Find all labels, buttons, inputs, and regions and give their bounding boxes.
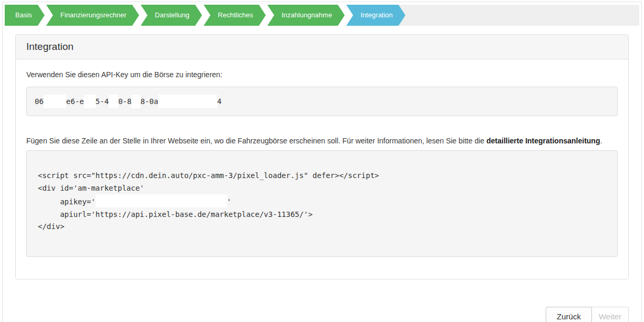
api-key-fragment: 8-0a xyxy=(140,97,158,106)
integration-settings-page: Basis Finanzierungsrechner Darstellung R… xyxy=(2,2,642,322)
step-basis[interactable]: Basis xyxy=(5,5,45,26)
code-line-apiurl: apiurl='https://api.pixel-base.de/market… xyxy=(38,209,606,221)
redaction-box xyxy=(109,95,118,108)
integration-panel: Integration Verwenden Sie diesen API-Key… xyxy=(15,34,629,279)
back-button[interactable]: Zurück xyxy=(546,307,592,322)
redaction-box xyxy=(131,95,140,108)
code-line-div-open: <div id='am-marketplace' xyxy=(38,182,606,195)
api-key-display: 06e6-e5-40-88-0a4 xyxy=(26,87,618,116)
code-apikey-suffix: ' xyxy=(227,198,231,206)
api-key-fragment: e6-e xyxy=(66,97,84,106)
step-integration-active[interactable]: Integration xyxy=(346,5,405,26)
api-key-fragment: 4 xyxy=(217,97,221,106)
panel-title: Integration xyxy=(16,35,628,59)
redaction-box xyxy=(44,95,66,108)
embed-code-snippet: <script src="https://cdn.dein.auto/pxc-a… xyxy=(26,150,618,257)
integration-instructions: Fügen Sie diese Zeile an der Stelle in I… xyxy=(26,137,618,145)
redaction-box xyxy=(84,95,96,108)
api-key-fragment: 0-8 xyxy=(118,97,131,106)
api-key-fragment: 06 xyxy=(35,97,44,106)
panel-body: Verwenden Sie diesen API-Key um die Börs… xyxy=(16,59,628,279)
redaction-box xyxy=(96,194,227,207)
api-key-fragment: 5-4 xyxy=(96,97,109,106)
step-inzahlungnahme[interactable]: Inzahlungnahme xyxy=(268,5,345,26)
step-finanzierungsrechner[interactable]: Finanzierungsrechner xyxy=(46,5,139,26)
step-rechtliches[interactable]: Rechtliches xyxy=(203,5,265,26)
next-button-disabled[interactable]: Weiter xyxy=(592,307,629,322)
wizard-nav-actions: ZurückWeiter xyxy=(5,307,629,322)
instructions-text: Fügen Sie diese Zeile an der Stelle in I… xyxy=(26,137,486,145)
redaction-box xyxy=(158,95,217,108)
instructions-text-period: . xyxy=(600,137,602,145)
step-track-remainder xyxy=(400,5,639,26)
code-line-apikey: apikey='' xyxy=(38,194,606,209)
code-line-div-close: </div> xyxy=(38,221,606,233)
code-apikey-prefix: apikey=' xyxy=(38,198,96,206)
api-key-intro-text: Verwenden Sie diesen API-Key um die Börs… xyxy=(26,70,618,79)
step-darstellung[interactable]: Darstellung xyxy=(141,5,202,26)
code-line-script: <script src="https://cdn.dein.auto/pxc-a… xyxy=(38,170,606,182)
integration-guide-link[interactable]: detaillierte Integrationsanleitung xyxy=(486,137,600,145)
wizard-step-bar: Basis Finanzierungsrechner Darstellung R… xyxy=(5,5,639,26)
